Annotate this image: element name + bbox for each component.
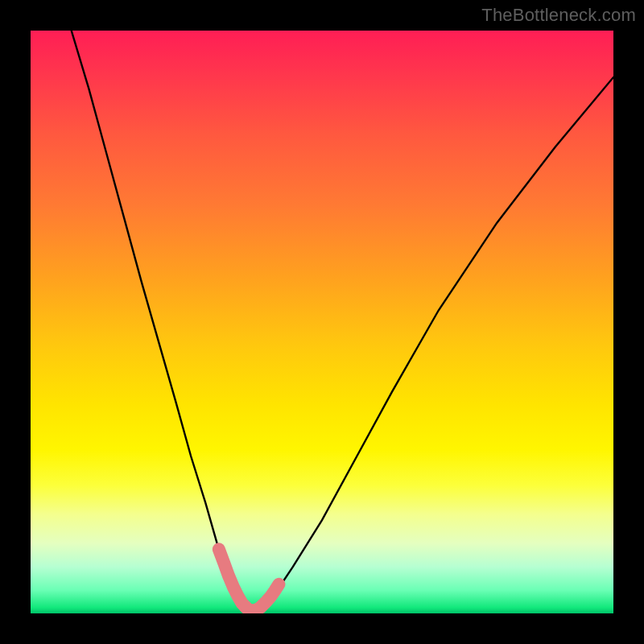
curve-svg [31,31,613,613]
highlight-bottom [246,584,279,611]
highlight-left [219,549,246,607]
watermark-text: TheBottleneck.com [481,5,636,26]
chart-frame: TheBottleneck.com [0,0,644,644]
bottleneck-curve [72,31,613,610]
plot-area [31,31,613,613]
